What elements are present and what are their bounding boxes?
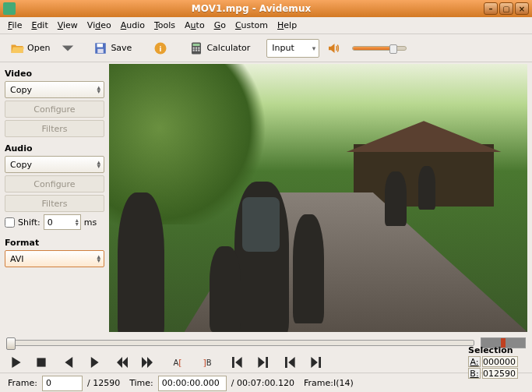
- input-combo[interactable]: Input ▾: [266, 39, 319, 58]
- video-codec-value: Copy: [10, 85, 32, 95]
- minimize-button[interactable]: –: [484, 2, 498, 15]
- menu-help[interactable]: Help: [273, 19, 301, 32]
- menu-custom[interactable]: Custom: [231, 19, 273, 32]
- volume-thumb[interactable]: [389, 44, 397, 54]
- audio-filters-button: Filters: [5, 195, 104, 212]
- video-header: Video: [5, 69, 104, 79]
- chevron-down-icon: [61, 41, 75, 55]
- shift-checkbox[interactable]: [5, 217, 15, 228]
- shift-label: Shift:: [18, 217, 41, 228]
- time-label: Time:: [129, 378, 153, 388]
- seekbar-row: [6, 335, 526, 351]
- updown-icon: ▴▾: [76, 218, 79, 226]
- prev-frame-button[interactable]: [62, 355, 76, 369]
- menu-auto[interactable]: Auto: [180, 19, 210, 32]
- updown-icon: ▴▾: [97, 86, 100, 94]
- menu-go[interactable]: Go: [210, 19, 231, 32]
- info-button[interactable]: i: [148, 37, 173, 59]
- shift-unit: ms: [84, 217, 97, 228]
- audio-header: Audio: [5, 143, 104, 154]
- toolbar: Open Save i Calculator Input ▾: [0, 34, 532, 62]
- format-value: AVI: [10, 254, 24, 264]
- svg-rect-8: [196, 47, 197, 48]
- next-keyframe-button[interactable]: [140, 355, 154, 369]
- seek-thumb[interactable]: [6, 337, 16, 350]
- format-select[interactable]: AVI ▴▾: [5, 250, 104, 267]
- open-label: Open: [27, 43, 50, 53]
- open-button[interactable]: Open: [5, 37, 55, 59]
- frame-total: / 12590: [87, 378, 120, 388]
- save-label: Save: [111, 43, 132, 53]
- goto-marker-a-button[interactable]: [284, 355, 298, 369]
- updown-icon: ▴▾: [97, 161, 100, 168]
- goto-marker-b-button[interactable]: [308, 355, 322, 369]
- svg-rect-17: [319, 357, 321, 368]
- svg-rect-1: [97, 44, 104, 48]
- titlebar: MOV1.mpg - Avidemux – ▢ ×: [0, 0, 532, 17]
- svg-rect-15: [266, 357, 268, 368]
- menu-file[interactable]: File: [3, 19, 26, 32]
- close-button[interactable]: ×: [515, 2, 529, 15]
- svg-rect-9: [199, 47, 200, 48]
- goto-end-button[interactable]: [255, 355, 270, 369]
- play-button[interactable]: [9, 355, 23, 369]
- transport-bar: A[ ]B Selection A: 000000 B: 012590: [0, 352, 532, 373]
- volume-button[interactable]: [322, 37, 344, 59]
- calculator-label: Calculator: [206, 43, 250, 53]
- video-filters-button: Filters: [5, 120, 104, 137]
- marker-a-button[interactable]: A:: [468, 356, 481, 367]
- selection-header: Selection: [468, 345, 523, 355]
- frame-label: Frame:: [8, 378, 37, 388]
- audio-configure-button: Configure: [5, 175, 104, 192]
- svg-rect-10: [193, 49, 195, 51]
- set-marker-a-button[interactable]: A[: [168, 355, 187, 369]
- goto-start-button[interactable]: [231, 355, 245, 369]
- window-title: MOV1.mpg - Avidemux: [20, 3, 482, 14]
- svg-rect-12: [199, 49, 200, 51]
- frame-field[interactable]: 0: [42, 376, 83, 391]
- menu-edit[interactable]: Edit: [26, 19, 52, 32]
- audio-codec-select[interactable]: Copy ▴▾: [5, 156, 104, 173]
- menu-audio[interactable]: Audio: [116, 19, 150, 32]
- video-preview: [109, 64, 527, 332]
- prev-keyframe-button[interactable]: [115, 355, 129, 369]
- calculator-icon: [189, 41, 203, 55]
- svg-rect-13: [37, 358, 45, 366]
- svg-rect-2: [98, 48, 104, 52]
- save-button[interactable]: Save: [88, 37, 137, 59]
- video-codec-select[interactable]: Copy ▴▾: [5, 81, 104, 98]
- stop-button[interactable]: [34, 355, 48, 369]
- open-dropdown[interactable]: [58, 37, 77, 59]
- audio-codec-value: Copy: [10, 160, 32, 170]
- svg-rect-16: [285, 357, 287, 368]
- next-frame-button[interactable]: [87, 355, 101, 369]
- statusbar: Frame: 0 / 12590 Time: 00:00:00.000 / 00…: [0, 373, 532, 392]
- floppy-icon: [93, 41, 107, 55]
- menu-video[interactable]: Video: [83, 19, 116, 32]
- speaker-icon: [326, 41, 340, 55]
- marker-b-button[interactable]: B:: [468, 368, 481, 379]
- updown-icon: ▴▾: [97, 255, 100, 263]
- svg-rect-6: [193, 44, 200, 46]
- info-icon: i: [153, 41, 167, 55]
- menubar: File Edit View Video Audio Tools Auto Go…: [0, 17, 532, 34]
- seek-track[interactable]: [6, 340, 474, 346]
- chevron-down-icon: ▾: [312, 44, 316, 52]
- time-field[interactable]: 00:00:00.000: [158, 376, 227, 391]
- set-marker-b-button[interactable]: ]B: [198, 355, 217, 369]
- format-header: Format: [5, 238, 104, 248]
- marker-b-value: 012590: [482, 368, 518, 379]
- input-combo-label: Input: [272, 43, 294, 53]
- menu-tools[interactable]: Tools: [150, 19, 180, 32]
- shift-spinner[interactable]: 0 ▴▾: [44, 214, 81, 230]
- menu-view[interactable]: View: [53, 19, 83, 32]
- time-total: / 00:07:00.120: [231, 378, 294, 388]
- video-configure-button: Configure: [5, 101, 104, 118]
- maximize-button[interactable]: ▢: [499, 2, 513, 15]
- selection-panel: Selection A: 000000 B: 012590: [468, 345, 523, 380]
- frame-type: Frame:I(14): [304, 378, 354, 388]
- volume-slider[interactable]: [352, 46, 407, 51]
- calculator-button[interactable]: Calculator: [184, 37, 255, 59]
- sidebar: Video Copy ▴▾ Configure Filters Audio Co…: [0, 62, 109, 334]
- svg-rect-7: [193, 47, 195, 48]
